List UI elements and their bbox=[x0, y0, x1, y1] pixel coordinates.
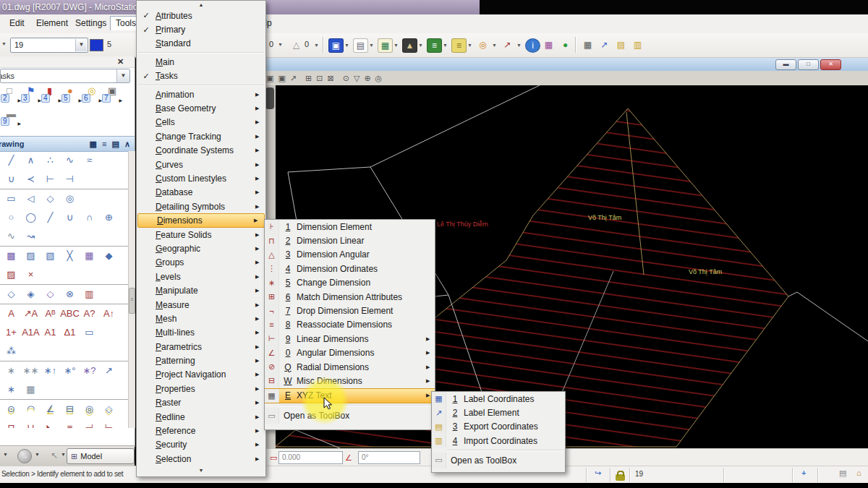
menu-item-feature-solids[interactable]: Feature Solids▶ bbox=[137, 228, 265, 241]
drawing-tool-icon[interactable]: ∪ bbox=[60, 209, 80, 225]
task-shortcut-2[interactable]: □2▶ bbox=[1, 85, 20, 103]
menu-item-mesh[interactable]: Mesh▶ bbox=[137, 312, 265, 325]
sphere-icon[interactable]: ● bbox=[558, 38, 572, 51]
drawing-tool-icon[interactable]: ⊙ bbox=[1, 401, 21, 416]
menu-item-label-element[interactable]: ↗2Label Element bbox=[432, 406, 565, 419]
angle-input[interactable]: 0° bbox=[358, 451, 420, 464]
menu-item-reference[interactable]: Reference▶ bbox=[137, 424, 265, 437]
drawing-tool-icon[interactable]: ⊢ bbox=[99, 419, 119, 428]
task-shortcut-4[interactable]: ▮4▶ bbox=[41, 85, 60, 103]
chevron-down-icon[interactable]: ▼ bbox=[344, 38, 350, 51]
view-tool-icon-6[interactable]: ⊙ bbox=[343, 74, 349, 83]
menu-item-properties[interactable]: Properties▶ bbox=[137, 382, 265, 395]
drawing-tool-icon[interactable]: ∿ bbox=[1, 228, 21, 244]
menu-item-database[interactable]: Database▶ bbox=[137, 186, 265, 200]
grid-icon[interactable]: ▦ bbox=[542, 38, 556, 51]
drawing-tool-icon[interactable]: A bbox=[1, 305, 21, 321]
drawing-tool-icon[interactable]: ╱ bbox=[41, 209, 60, 225]
view-tool-icon-9[interactable]: ◎ bbox=[375, 74, 383, 83]
menu-item-manipulate[interactable]: Manipulate▶ bbox=[137, 283, 265, 297]
home-icon[interactable]: ⌂ bbox=[856, 468, 861, 477]
drawing-tool-icon[interactable]: Δ1 bbox=[60, 324, 80, 340]
menu-item-cells[interactable]: Cells▶ bbox=[137, 116, 265, 129]
drawing-tool-icon[interactable]: ⊟ bbox=[60, 401, 80, 416]
drawing-tool-icon[interactable]: ◯ bbox=[21, 209, 41, 225]
menu-item-drop-dimension-element[interactable]: ¬7Drop Dimension Element bbox=[265, 304, 435, 317]
drawing-tool-icon[interactable]: ↝ bbox=[21, 228, 41, 244]
active-color-swatch[interactable] bbox=[90, 39, 103, 51]
drawing-tool-icon[interactable]: ◇ bbox=[41, 190, 60, 206]
drawing-tool-icon[interactable]: ↗A bbox=[21, 305, 41, 321]
drawing-tool-icon[interactable]: ⊕ bbox=[99, 209, 119, 225]
drawing-tool-icon[interactable]: Aᴮ bbox=[41, 305, 60, 321]
menu-item-parametrics[interactable]: Parametrics▶ bbox=[137, 340, 265, 354]
chevron-down-icon[interactable]: ▼ bbox=[368, 38, 375, 51]
menu-scroll-up[interactable]: ▲ bbox=[137, 1, 265, 9]
drawing-tool-icon[interactable]: ∗? bbox=[80, 362, 99, 378]
menu-item-dimension-angular[interactable]: △3Dimension Angular bbox=[265, 248, 435, 262]
view-tool-icon-8[interactable]: ⊕ bbox=[364, 74, 370, 83]
drawing-tool-icon[interactable]: ▨ bbox=[1, 266, 21, 282]
new-file-icon[interactable]: ▤ bbox=[353, 38, 368, 53]
menu-item-xyz-text[interactable]: ▦EXYZ Text▶ bbox=[265, 388, 435, 403]
drawing-tool-icon[interactable]: ⊢ bbox=[41, 171, 60, 187]
drawing-tool-icon[interactable]: ◈ bbox=[21, 286, 41, 301]
selection-set-icon[interactable]: + bbox=[801, 468, 806, 477]
menu-item-animation[interactable]: Animation▶ bbox=[137, 87, 265, 101]
drawing-tool-icon[interactable]: ⊔ bbox=[21, 419, 41, 428]
drawing-tool-icon[interactable]: ⊣ bbox=[60, 171, 80, 187]
chevron-down-icon[interactable]: ▼ bbox=[442, 38, 448, 51]
snap-mode-icon[interactable]: ↪ bbox=[595, 468, 601, 478]
drawing-tool-icon[interactable]: ∗∗ bbox=[21, 362, 41, 378]
close-icon[interactable]: ✕ bbox=[115, 57, 126, 67]
sidebar-scrollbar-thumb[interactable]: ≡ bbox=[129, 288, 135, 314]
drawing-tool-icon[interactable]: ∴ bbox=[41, 152, 60, 168]
menu-item-curves[interactable]: Curves▶ bbox=[137, 158, 265, 171]
chevron-down-icon[interactable]: ▼ bbox=[393, 38, 399, 51]
drawing-tool-icon[interactable]: ≈ bbox=[80, 152, 99, 168]
menu-item-main[interactable]: Main bbox=[137, 55, 265, 69]
drawing-tool-icon[interactable]: ◎ bbox=[80, 401, 99, 416]
menu-item-primary[interactable]: ✓Primary bbox=[137, 22, 265, 36]
brightness-icon[interactable]: ◎ bbox=[476, 38, 490, 51]
menu-item-dimension-linear[interactable]: ⊓2Dimension Linear bbox=[265, 234, 435, 247]
menu-scroll-down[interactable]: ▼ bbox=[137, 466, 265, 474]
chevron-down-icon[interactable]: ▼ bbox=[278, 42, 283, 47]
menu-item-coordinate-systems[interactable]: Coordinate Systems▶ bbox=[137, 144, 265, 158]
drawing-tool-icon[interactable]: × bbox=[21, 266, 41, 282]
label-element-icon[interactable]: ↗ bbox=[597, 38, 611, 51]
drawing-tool-icon[interactable]: ∗ bbox=[1, 381, 21, 397]
view-tool-icon-0[interactable]: ▣ bbox=[266, 74, 273, 83]
drawing-tool-icon[interactable]: ◇ bbox=[1, 286, 21, 301]
menu-item-measure[interactable]: Measure▶ bbox=[137, 298, 265, 312]
drawing-tool-icon[interactable]: ∗ bbox=[1, 362, 21, 378]
drawing-tool-icon[interactable]: ≺ bbox=[21, 171, 41, 187]
chevron-down-icon[interactable]: ▼ bbox=[467, 38, 473, 51]
minimize-button[interactable]: ▬ bbox=[775, 59, 796, 70]
card-icon[interactable]: ▦ bbox=[378, 38, 393, 53]
style-value-1[interactable]: 0 bbox=[269, 40, 273, 48]
drawing-tool-icon[interactable]: A↑ bbox=[99, 305, 119, 321]
menu-item-dimensions[interactable]: Dimensions▶ bbox=[137, 213, 265, 227]
view-tool-icon-1[interactable]: ▣ bbox=[278, 74, 285, 83]
chevron-down-icon[interactable]: ▼ bbox=[516, 38, 522, 51]
drawing-tool-icon[interactable]: ▦ bbox=[21, 381, 41, 397]
image-icon[interactable]: ▲ bbox=[402, 38, 417, 53]
drawing-tool-icon[interactable]: A1A bbox=[21, 324, 41, 340]
menu-item-export-coordinates[interactable]: ▤3Export Coordinates bbox=[432, 420, 565, 434]
drawing-tool-icon[interactable]: ▥ bbox=[80, 286, 99, 301]
task-shortcut-9[interactable]: ▬9▶ bbox=[1, 108, 20, 126]
menu-element[interactable]: Element bbox=[31, 17, 73, 30]
drawing-tool-icon[interactable]: ◆ bbox=[99, 247, 119, 263]
drawing-tool-icon[interactable]: ∗↑ bbox=[41, 362, 60, 378]
menu-item-open-as-toolbox[interactable]: ▭Open as ToolBox bbox=[432, 453, 565, 468]
tasks-combo[interactable]: Tasks ▼ bbox=[0, 69, 130, 83]
drawing-tool-icon[interactable]: ∠ bbox=[41, 401, 60, 416]
model-selector[interactable]: ⊞Model bbox=[67, 448, 135, 464]
menu-item-groups[interactable]: Groups▶ bbox=[137, 256, 265, 270]
drawing-tool-icon[interactable]: ▧ bbox=[41, 247, 60, 263]
drawing-tool-icon[interactable]: ▨ bbox=[21, 247, 41, 263]
drawing-tool-icon[interactable]: ▭ bbox=[80, 324, 99, 340]
drawing-tool-icon[interactable]: ◣ bbox=[41, 419, 60, 428]
drawing-tool-icon[interactable]: ABC bbox=[60, 305, 80, 321]
